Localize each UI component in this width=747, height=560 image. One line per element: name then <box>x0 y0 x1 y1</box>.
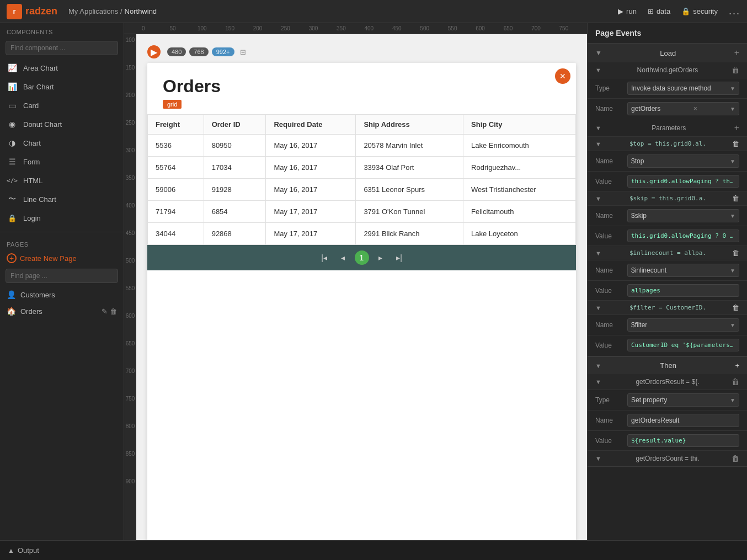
find-page-input[interactable] <box>6 269 118 283</box>
logo[interactable]: r radzen <box>7 4 57 19</box>
table-cell: 59006 <box>148 179 204 201</box>
more-button[interactable]: ... <box>729 6 740 17</box>
breadcrumb: My Applications / Northwind <box>68 7 157 15</box>
sidebar-item-line-chart[interactable]: Line Chart <box>0 190 124 209</box>
grid-badge: grid <box>163 100 182 109</box>
sidebar-item-area-chart[interactable]: Area Chart <box>0 58 124 77</box>
param-inlinecount-header[interactable]: ▼ $inlinecount = allpa. 🗑 <box>588 246 747 260</box>
create-page-button[interactable]: + Create New Page <box>0 250 124 266</box>
then-section-header[interactable]: ▼ Then + <box>588 356 747 374</box>
sidebar-item-orders[interactable]: Orders ✎ 🗑 <box>0 303 124 319</box>
sidebar-item-customers[interactable]: Customers <box>0 286 124 303</box>
area-chart-icon <box>7 62 18 73</box>
then-add-button[interactable]: + <box>735 361 739 370</box>
param-filter-name-select[interactable]: $filter ▼ <box>627 318 739 332</box>
orders-count-delete-icon[interactable]: 🗑 <box>732 454 739 463</box>
get-orders-delete-icon[interactable]: 🗑 <box>732 66 739 74</box>
param-inlinecount-value-code[interactable]: allpages <box>627 284 739 297</box>
find-component-input[interactable] <box>6 41 118 55</box>
param-filter: ▼ $filter = CustomerID. 🗑 Name $filter ▼ <box>588 300 747 355</box>
param-top-delete-icon[interactable]: 🗑 <box>732 140 739 148</box>
orders-delete-icon[interactable]: 🗑 <box>110 307 117 316</box>
param-skip-value-row: Value this.grid0.allowPaging ? 0 : nt <box>588 226 747 246</box>
canvas-area[interactable]: 0 50 100 150 200 250 300 350 400 450 500… <box>124 23 587 540</box>
page-last-button[interactable]: ▸| <box>392 250 407 265</box>
param-skip-value-code[interactable]: this.grid0.allowPaging ? 0 : nt <box>627 230 739 242</box>
bp-768[interactable]: 768 <box>189 47 208 56</box>
param-filter-header[interactable]: ▼ $filter = CustomerID. 🗑 <box>588 301 747 314</box>
parameters-header[interactable]: ▼ Parameters + <box>588 120 747 136</box>
table-cell: 71794 <box>148 201 204 223</box>
param-skip-name-select[interactable]: $skip ▼ <box>627 209 739 222</box>
result-type-select[interactable]: Set property ▼ <box>627 393 739 407</box>
get-orders-result-header[interactable]: ▼ getOrdersResult = ${. 🗑 <box>588 374 747 390</box>
col-ship-city: Ship City <box>463 115 576 135</box>
bp-992[interactable]: 992+ <box>212 47 234 56</box>
param-filter-delete-icon[interactable]: 🗑 <box>732 303 739 312</box>
security-button[interactable]: 🔒 security <box>681 7 718 15</box>
sidebar-item-card[interactable]: Card <box>0 96 124 115</box>
result-type-row: Type Set property ▼ <box>588 390 747 410</box>
result-name-row: Name getOrdersResult <box>588 410 747 430</box>
param-inlinecount-name-row: Name $inlinecount ▼ <box>588 260 747 280</box>
param-skip-delete-icon[interactable]: 🗑 <box>732 194 739 202</box>
create-page-icon: + <box>7 253 17 263</box>
result-name-input[interactable]: getOrdersResult <box>627 414 739 427</box>
run-button[interactable]: ▶ run <box>618 7 637 15</box>
breadcrumb-app[interactable]: Northwind <box>125 7 157 15</box>
result-delete-icon[interactable]: 🗑 <box>732 377 739 386</box>
table-cell: 34044 <box>148 223 204 245</box>
sidebar-item-donut-chart[interactable]: Donut Chart <box>0 115 124 134</box>
result-type-label: Type <box>595 396 623 404</box>
type-select[interactable]: Invoke data source method ▼ <box>627 82 739 95</box>
param-skip-name-row: Name $skip ▼ <box>588 205 747 226</box>
output-bar[interactable]: ▲ Output <box>0 540 747 560</box>
get-orders-header[interactable]: ▼ Northwind.getOrders 🗑 <box>588 62 747 78</box>
name-select[interactable]: getOrders × ▼ <box>627 102 739 115</box>
page-current-button[interactable]: 1 <box>355 250 369 265</box>
param-top-header[interactable]: ▼ $top = this.grid0.al. 🗑 <box>588 137 747 151</box>
sidebar-item-login[interactable]: Login <box>0 209 124 227</box>
delete-component-button[interactable]: ✕ <box>555 68 570 84</box>
orders-count-header[interactable]: ▼ getOrdersCount = thi. 🗑 <box>588 450 747 466</box>
param-top-arrow: ▼ <box>595 141 601 147</box>
param-inlinecount-value-row: Value allpages <box>588 280 747 300</box>
param-filter-name-row: Name $filter ▼ <box>588 314 747 335</box>
table-row: 3404492868May 17, 20172991 Blick RanchLa… <box>148 223 576 245</box>
param-inlinecount-delete-icon[interactable]: 🗑 <box>732 249 739 257</box>
sidebar-item-chart[interactable]: Chart <box>0 134 124 152</box>
name-clear-icon[interactable]: × <box>693 105 697 113</box>
param-skip-chevron: ▼ <box>730 213 735 219</box>
ruler-left: 100 150 200 250 300 350 400 450 500 550 … <box>124 34 136 540</box>
col-ship-address: Ship Address <box>356 115 463 135</box>
result-value-code[interactable]: ${result.value} <box>627 434 739 447</box>
sidebar-item-form[interactable]: Form <box>0 152 124 171</box>
data-button[interactable]: ⊞ data <box>648 7 670 15</box>
param-skip-header[interactable]: ▼ $skip = this.grid0.a. 🗑 <box>588 191 747 205</box>
param-inlinecount-name-select[interactable]: $inlinecount ▼ <box>627 264 739 277</box>
load-add-button[interactable]: + <box>734 48 739 58</box>
param-filter-value-code[interactable]: CustomerID eq '${parameters.Cu <box>627 339 739 351</box>
topbar: r radzen My Applications / Northwind ▶ r… <box>0 0 747 23</box>
params-add-button[interactable]: + <box>734 123 739 133</box>
result-value-label: Value <box>595 437 623 445</box>
donut-icon <box>7 119 18 130</box>
ruler-top: 0 50 100 150 200 250 300 350 400 450 500… <box>124 23 587 34</box>
param-top-value-code[interactable]: this.grid0.allowPaging ? this.g <box>627 175 739 188</box>
page-first-button[interactable]: |◂ <box>317 250 332 265</box>
table-cell: May 17, 2017 <box>266 201 356 223</box>
card-icon <box>7 100 18 111</box>
bp-480[interactable]: 480 <box>167 47 186 56</box>
param-top-name-select[interactable]: $top ▼ <box>627 154 739 168</box>
get-orders-arrow: ▼ <box>595 67 601 73</box>
get-orders-result-subsection: ▼ getOrdersResult = ${. 🗑 Type Set prope… <box>588 374 747 450</box>
play-button[interactable]: ▶ <box>147 45 161 58</box>
sidebar-item-bar-chart[interactable]: Bar Chart <box>0 77 124 96</box>
page-next-button[interactable]: ▸ <box>373 250 388 265</box>
orders-edit-icon[interactable]: ✎ <box>102 307 108 316</box>
param-filter-name-label: Name <box>595 321 623 329</box>
sidebar-item-html[interactable]: HTML <box>0 171 124 190</box>
table-cell: 3791 O'Kon Tunnel <box>356 201 463 223</box>
page-prev-button[interactable]: ◂ <box>336 250 350 265</box>
load-section-header[interactable]: ▼ Load + <box>588 44 747 62</box>
